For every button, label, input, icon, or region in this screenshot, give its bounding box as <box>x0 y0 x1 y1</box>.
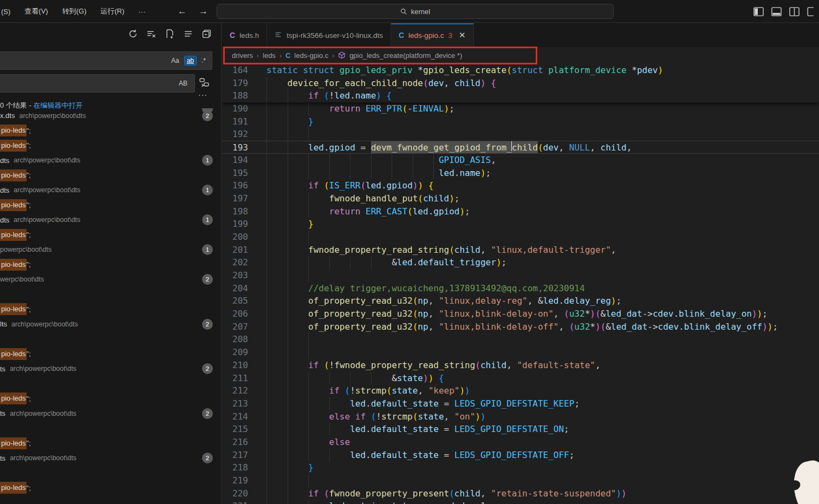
sticky-scroll[interactable]: 164static struct gpio_leds_priv *gpio_le… <box>222 64 819 102</box>
line-number[interactable]: 199 <box>222 218 248 231</box>
code-line-220[interactable]: 220if (fwnode_property_present(child, "r… <box>222 487 819 500</box>
code-line-197[interactable]: 197fwnode_handle_put(child); <box>222 192 819 205</box>
line-number[interactable]: 193 <box>222 141 248 153</box>
line-number[interactable]: 196 <box>222 179 248 192</box>
code-line-164[interactable]: 164static struct gpio_leds_priv *gpio_le… <box>222 64 819 77</box>
menu-item-2[interactable]: 转到(G) <box>62 6 87 16</box>
code-line-204[interactable]: 204//delay trigger,wucaicheng,1378913492… <box>222 282 819 295</box>
code-line-193[interactable]: 193led.gpiod = devm_fwnode_get_gpiod_fro… <box>222 141 819 154</box>
search-result-file-row[interactable]: werpc\boot\dts2 <box>0 272 222 287</box>
line-number[interactable]: 204 <box>222 282 248 295</box>
search-result-file-row[interactable]: tsarch\powerpc\boot\dts2 <box>0 362 222 377</box>
code-line-216[interactable]: 216else <box>222 436 819 449</box>
tab-close-icon[interactable]: ✕ <box>459 30 466 40</box>
code-editor[interactable]: 164static struct gpio_leds_priv *gpio_le… <box>222 64 819 504</box>
search-result-file-row[interactable]: ltsarch\powerpc\boot\dts2 <box>0 317 222 332</box>
search-result-file-row[interactable]: dtsarch\powerpc\boot\dts1 <box>0 213 222 228</box>
code-line-195[interactable]: 195led.name); <box>222 167 819 180</box>
line-number[interactable]: 216 <box>222 436 248 449</box>
line-number[interactable]: 208 <box>222 333 248 346</box>
search-result-match-row[interactable]: pio-leds"; <box>0 138 222 153</box>
search-result-match-row[interactable]: pio-leds"; <box>0 227 222 243</box>
line-number[interactable]: 207 <box>222 320 248 333</box>
breadcrumb-item[interactable]: gpio_leds_create(platform_device *) <box>349 51 462 60</box>
search-result-file-row[interactable]: powerpc\boot\dts1 <box>0 243 222 258</box>
code-line-199[interactable]: 199} <box>222 218 819 231</box>
refresh-icon[interactable] <box>128 29 138 38</box>
search-result-match-row[interactable]: pio-leds"; <box>0 168 222 183</box>
menu-item-1[interactable]: 查看(V) <box>24 6 48 16</box>
search-result-file-row[interactable]: dtsarch\powerpc\boot\dts1 <box>0 183 222 198</box>
search-result-match-row[interactable]: pio-leds"; <box>0 481 222 496</box>
line-number[interactable]: 202 <box>222 256 248 269</box>
tab-tspi-rk3566-user-v10-linux.dts[interactable]: tspi-rk3566-user-v10-linux.dts <box>267 23 391 47</box>
line-number[interactable]: 194 <box>222 154 248 167</box>
breadcrumb-item[interactable]: leds <box>263 51 276 60</box>
line-number[interactable]: 210 <box>222 359 248 372</box>
line-number[interactable]: 220 <box>222 487 248 500</box>
replace-all-icon[interactable] <box>199 77 209 89</box>
code-line-188[interactable]: 188if (!led.name) { <box>222 89 819 102</box>
split-editor-icon[interactable] <box>789 6 800 17</box>
line-number[interactable]: 201 <box>222 244 248 257</box>
code-line-217[interactable]: 217led.default_state = LEDS_GPIO_DEFSTAT… <box>222 449 819 462</box>
toggle-panel-icon[interactable] <box>771 6 782 17</box>
line-number[interactable]: 206 <box>222 307 248 320</box>
code-line-218[interactable]: 218} <box>222 461 819 474</box>
code-line-221[interactable]: 221led.retain_state_suspended = 1; <box>222 500 819 504</box>
line-number[interactable]: 209 <box>222 346 248 359</box>
code-line-196[interactable]: 196if (IS_ERR(led.gpiod)) { <box>222 179 819 192</box>
breadcrumb-item[interactable]: leds-gpio.c <box>294 51 328 60</box>
search-result-match-row[interactable]: pio-leds"; <box>0 257 222 272</box>
line-number[interactable]: 197 <box>222 192 248 205</box>
collapse-all-icon[interactable] <box>202 29 211 38</box>
code-line-191[interactable]: 191} <box>222 115 819 128</box>
clear-search-results-icon[interactable] <box>146 29 156 38</box>
code-line-212[interactable]: 212if (!strcmp(state, "keep")) <box>222 384 819 397</box>
code-line-214[interactable]: 214else if (!strcmp(state, "on")) <box>222 410 819 423</box>
code-line-213[interactable]: 213led.default_state = LEDS_GPIO_DEFSTAT… <box>222 397 819 410</box>
search-result-match-row[interactable]: pio-leds"; <box>0 123 222 139</box>
toggle-sidebar-icon[interactable] <box>753 6 764 17</box>
code-line-208[interactable]: 208 <box>222 333 819 346</box>
line-number[interactable]: 219 <box>222 474 248 487</box>
customize-layout-icon[interactable] <box>807 6 814 17</box>
code-line-190[interactable]: 190return ERR_PTR(-EINVAL); <box>222 102 819 115</box>
go-back-icon[interactable]: ← <box>178 6 187 17</box>
search-result-match-row[interactable]: pio-leds"; <box>0 198 222 213</box>
view-as-list-icon[interactable] <box>183 29 193 38</box>
menu-item-4[interactable]: ··· <box>139 8 146 16</box>
line-number[interactable]: 205 <box>222 294 248 307</box>
search-result-file-row[interactable]: dtsarch\powerpc\boot\dts1 <box>0 153 222 168</box>
code-line-215[interactable]: 215led.default_state = LEDS_GPIO_DEFSTAT… <box>222 423 819 436</box>
line-number[interactable]: 217 <box>222 449 248 462</box>
tab-leds.h[interactable]: Cleds.h <box>222 23 267 47</box>
line-number[interactable]: 188 <box>222 89 248 102</box>
code-line-194[interactable]: 194GPIOD_ASIS, <box>222 154 819 167</box>
code-line-203[interactable]: 203 <box>222 269 819 282</box>
line-number[interactable]: 195 <box>222 167 248 180</box>
line-number[interactable]: 213 <box>222 397 248 410</box>
menu-item-0[interactable]: (S) <box>1 8 10 16</box>
code-line-207[interactable]: 207of_property_read_u32(np, "linux,blink… <box>222 320 819 333</box>
code-line-205[interactable]: 205of_property_read_u32(np, "linux,delay… <box>222 294 819 307</box>
code-line-206[interactable]: 206of_property_read_u32(np, "linux,blink… <box>222 307 819 320</box>
code-line-198[interactable]: 198return ERR_CAST(led.gpiod); <box>222 205 819 218</box>
line-number[interactable]: 200 <box>222 231 248 244</box>
code-line-211[interactable]: 211&state)) { <box>222 372 819 385</box>
line-number[interactable]: 214 <box>222 410 248 423</box>
replace-input[interactable]: AB <box>0 74 195 93</box>
line-number[interactable]: 191 <box>222 115 248 128</box>
menu-item-3[interactable]: 运行(R) <box>100 6 124 16</box>
line-number[interactable]: 215 <box>222 423 248 436</box>
code-line-209[interactable]: 209 <box>222 346 819 359</box>
preserve-case-toggle[interactable]: AB <box>176 78 190 88</box>
code-line-201[interactable]: 201fwnode_property_read_string(child, "l… <box>222 244 819 257</box>
regex-toggle[interactable]: .* <box>199 56 209 66</box>
search-result-file-row[interactable]: x.dtsarch\powerpc\boot\dts2 <box>0 108 222 123</box>
code-line-210[interactable]: 210if (!fwnode_property_read_string(chil… <box>222 359 819 372</box>
line-number[interactable]: 192 <box>222 128 248 141</box>
line-number[interactable]: 203 <box>222 269 248 282</box>
search-result-file-row[interactable]: tsarch\powerpc\boot\dts2 <box>0 451 222 466</box>
line-number[interactable]: 198 <box>222 205 248 218</box>
